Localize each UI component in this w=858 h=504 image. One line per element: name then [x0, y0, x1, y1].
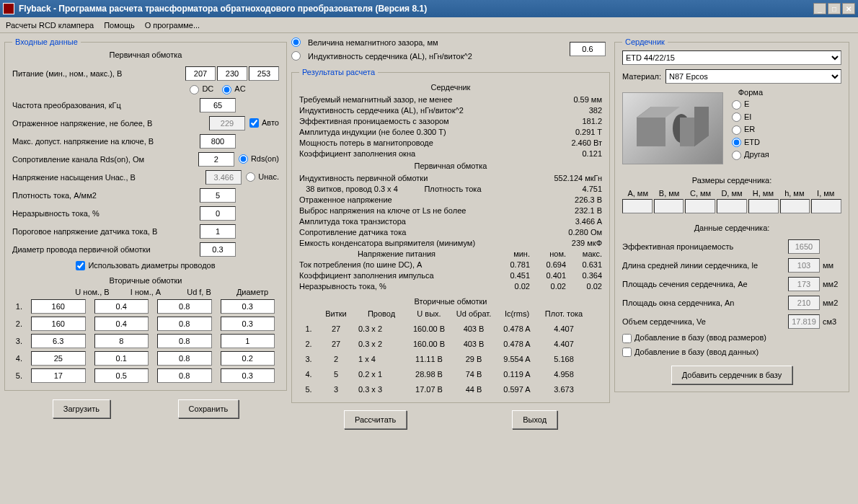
add-data-checkbox[interactable]: Добавление в базу (ввод данных): [622, 348, 759, 358]
jdens-label: Плотность тока, А/мм2: [12, 191, 200, 200]
menu-rcd[interactable]: Расчеты RCD клампера: [6, 21, 94, 30]
irip-label: Неразрывность тока, %: [12, 209, 200, 218]
dim-c: [685, 199, 715, 213]
freq-input[interactable]: [200, 98, 236, 112]
vsw-input[interactable]: [200, 134, 236, 149]
window-title: Flyback - Программа расчета трансформато…: [19, 4, 813, 14]
irip-input[interactable]: [200, 206, 236, 221]
vsens-input[interactable]: [200, 224, 236, 239]
sec-i-2[interactable]: [94, 317, 149, 331]
sec-i-4[interactable]: [94, 351, 149, 366]
ae-input: [788, 277, 820, 291]
hdr-i: I ном., А: [119, 288, 172, 296]
maximize-button[interactable]: □: [828, 3, 841, 14]
result-row: 5.30.3 x 317.07 В44 В0.597 A3.673: [299, 384, 602, 395]
jdens-input[interactable]: [200, 188, 236, 203]
add-dims-checkbox[interactable]: Добавление в базу (ввод размеров): [622, 333, 766, 343]
vrefl-input: [209, 116, 245, 131]
rds-input[interactable]: [198, 152, 234, 167]
material-label: Материал:: [622, 72, 661, 81]
supply-nom-input[interactable]: [217, 66, 247, 81]
menu-help[interactable]: Помощь: [104, 21, 135, 30]
shape-etd[interactable]: ETD: [732, 138, 769, 148]
sec-i-1[interactable]: [94, 299, 149, 314]
hdr-u: U ном., В: [66, 288, 119, 296]
dim-h: [748, 199, 779, 213]
dim-hh: [780, 199, 810, 213]
vsens-label: Пороговое напряжение датчика тока, В: [12, 227, 200, 236]
sec-title: Вторичные обмотки: [12, 276, 279, 285]
sec-i-5[interactable]: [94, 368, 149, 383]
result-row: 1.270.3 x 2160.00 В403 В0.478 A4.407: [299, 324, 602, 335]
unas-label: Напряжение насыщения Uнас., В: [12, 173, 205, 182]
app-icon: [3, 3, 14, 14]
shape-e[interactable]: E: [732, 100, 769, 110]
load-button[interactable]: Загрузить: [53, 399, 110, 418]
dim-i: [811, 199, 841, 213]
close-button[interactable]: ✕: [842, 3, 855, 14]
sec-udf-1[interactable]: [157, 299, 212, 314]
menu-about[interactable]: О программе...: [145, 21, 200, 30]
gap-value-input[interactable]: [570, 42, 606, 56]
material-select[interactable]: N87 Epcos: [665, 69, 841, 84]
calculate-button[interactable]: Рассчитать: [344, 410, 407, 429]
sec-udf-3[interactable]: [157, 334, 212, 348]
ve-input: [788, 314, 820, 329]
svg-marker-5: [680, 118, 694, 146]
sec-i-3[interactable]: [94, 334, 149, 348]
freq-label: Частота преобразования, кГц: [12, 101, 200, 110]
results-legend: Результаты расчета: [299, 68, 378, 76]
sec-u-5[interactable]: [31, 368, 86, 383]
sec-d-2[interactable]: [221, 317, 275, 331]
add-core-button[interactable]: Добавить сердечник в базу: [671, 366, 793, 384]
auto-checkbox[interactable]: Авто: [249, 118, 279, 128]
sec-d-5[interactable]: [221, 368, 275, 383]
res-prim-title: Первичная обмотка: [299, 161, 602, 172]
shape-er[interactable]: ER: [732, 125, 769, 135]
secondary-table: U ном., В I ном., А Ud f, В Диаметр 1. 2…: [12, 288, 279, 383]
primary-title: Первичная обмотка: [12, 50, 279, 59]
sec-udf-5[interactable]: [157, 368, 212, 383]
sec-d-1[interactable]: [221, 299, 275, 314]
shape-ei[interactable]: EI: [732, 112, 769, 123]
sec-udf-4[interactable]: [157, 351, 212, 366]
dim-b: [654, 199, 684, 213]
svg-marker-1: [637, 118, 665, 146]
rds-label: Сопротивление канала Rds(on), Ом: [12, 155, 198, 164]
core-legend: Сердечник: [622, 37, 668, 46]
unas-radio[interactable]: Uнас.: [246, 172, 279, 182]
sec-u-2[interactable]: [31, 317, 86, 331]
sec-u-4[interactable]: [31, 351, 86, 366]
unas-input: [205, 170, 242, 185]
sec-udf-2[interactable]: [157, 317, 212, 331]
results-fieldset: Результаты расчета Сердечник Требуемый н…: [291, 68, 610, 403]
core-select[interactable]: ETD 44/22/15: [622, 50, 841, 65]
exit-button[interactable]: Выход: [512, 410, 557, 429]
vsw-label: Макс. допуст. напряжение на ключе, В: [12, 137, 200, 146]
menubar: Расчеты RCD клампера Помощь О программе.…: [0, 17, 858, 33]
inputs-fieldset: Входные данные Первичная обмотка Питание…: [4, 37, 287, 391]
dwire-input[interactable]: [200, 242, 236, 257]
gap-radio[interactable]: [291, 37, 301, 47]
result-row: 4.50.2 x 128.98 В74 В0.119 A4.958: [299, 369, 602, 380]
al-radio[interactable]: [291, 51, 301, 61]
sec-u-3[interactable]: [31, 334, 86, 348]
rds-radio[interactable]: Rds(on): [239, 154, 279, 164]
minimize-button[interactable]: _: [813, 3, 826, 14]
supply-max-input[interactable]: [249, 66, 279, 81]
perm-input: [788, 239, 820, 254]
result-row: 3.21 x 411.11 В29 В9.554 A5.168: [299, 354, 602, 365]
window-buttons: _ □ ✕: [813, 3, 855, 14]
ac-radio[interactable]: AC: [222, 84, 245, 94]
shape-other[interactable]: Другая: [732, 150, 769, 160]
sec-u-1[interactable]: [31, 299, 86, 314]
sec-d-3[interactable]: [221, 334, 275, 348]
sec-d-4[interactable]: [221, 351, 275, 366]
an-input: [788, 296, 820, 310]
dim-a: [622, 199, 653, 213]
use-diam-checkbox[interactable]: Использовать диаметры проводов: [76, 261, 215, 271]
dc-radio[interactable]: DC: [190, 84, 213, 94]
dwire-label: Диаметр провода первичной обмотки: [12, 245, 200, 254]
save-button[interactable]: Сохранить: [178, 399, 239, 418]
supply-min-input[interactable]: [185, 66, 216, 81]
